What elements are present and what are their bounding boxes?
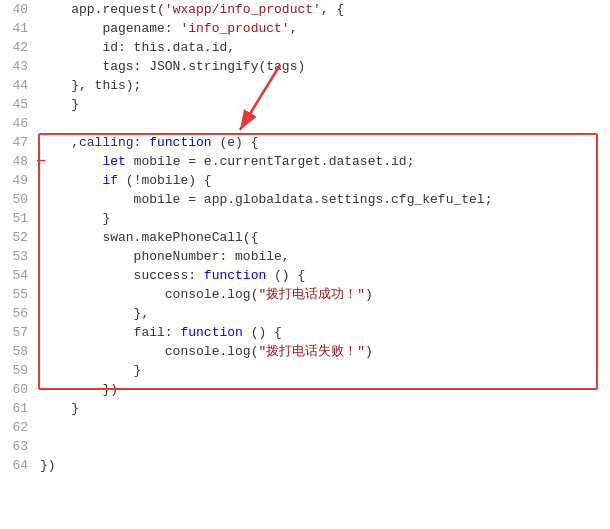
line-number: 41 <box>0 19 36 38</box>
code-line: 54 success: function () { <box>0 266 610 285</box>
code-line: 47 ,calling: function (e) { <box>0 133 610 152</box>
line-content: console.log("拨打电话失败！") <box>36 342 610 361</box>
line-number: 59 <box>0 361 36 380</box>
line-content: }) <box>36 456 610 475</box>
line-content: swan.makePhoneCall({ <box>36 228 610 247</box>
code-line: 41 pagename: 'info_product', <box>0 19 610 38</box>
code-line: 63 <box>0 437 610 456</box>
code-line: 45 } <box>0 95 610 114</box>
line-content: tags: JSON.stringify(tags) <box>36 57 610 76</box>
line-number: 52 <box>0 228 36 247</box>
line-content: }, <box>36 304 610 323</box>
line-content: fail: function () { <box>36 323 610 342</box>
line-number: 55 <box>0 285 36 304</box>
line-number: 42 <box>0 38 36 57</box>
code-line: 57 fail: function () { <box>0 323 610 342</box>
line-number: 62 <box>0 418 36 437</box>
code-line: 61 } <box>0 399 610 418</box>
line-content: id: this.data.id, <box>36 38 610 57</box>
line-number: 51 <box>0 209 36 228</box>
line-content: pagename: 'info_product', <box>36 19 610 38</box>
code-line: 64}) <box>0 456 610 475</box>
line-number: 44 <box>0 76 36 95</box>
line-content: } <box>36 361 610 380</box>
line-content <box>36 437 610 456</box>
line-number: 45 <box>0 95 36 114</box>
code-line: 44 }, this); <box>0 76 610 95</box>
code-line: 53 phoneNumber: mobile, <box>0 247 610 266</box>
line-content: let mobile = e.currentTarget.dataset.id; <box>36 152 610 171</box>
code-line: 55 console.log("拨打电话成功！") <box>0 285 610 304</box>
line-number: 49 <box>0 171 36 190</box>
line-number: 63 <box>0 437 36 456</box>
line-content: mobile = app.globaldata.settings.cfg_kef… <box>36 190 610 209</box>
line-content: app.request('wxapp/info_product', { <box>36 0 610 19</box>
code-line: 51 } <box>0 209 610 228</box>
line-number: 46 <box>0 114 36 133</box>
code-line: 62 <box>0 418 610 437</box>
line-content: if (!mobile) { <box>36 171 610 190</box>
line-content: }) <box>36 380 610 399</box>
code-line: 58 console.log("拨打电话失败！") <box>0 342 610 361</box>
line-content: console.log("拨打电话成功！") <box>36 285 610 304</box>
line-number: 48 <box>0 152 36 171</box>
line-number: 40 <box>0 0 36 19</box>
code-line: 50 mobile = app.globaldata.settings.cfg_… <box>0 190 610 209</box>
code-editor: — 40 app.request('wxapp/info_product', {… <box>0 0 610 529</box>
line-number: 47 <box>0 133 36 152</box>
code-line: 49 if (!mobile) { <box>0 171 610 190</box>
line-number: 64 <box>0 456 36 475</box>
code-line: 52 swan.makePhoneCall({ <box>0 228 610 247</box>
line-content: }, this); <box>36 76 610 95</box>
code-line: 43 tags: JSON.stringify(tags) <box>0 57 610 76</box>
code-line: 60 }) <box>0 380 610 399</box>
line-number: 43 <box>0 57 36 76</box>
line-content: } <box>36 399 610 418</box>
line-number: 60 <box>0 380 36 399</box>
line-number: 61 <box>0 399 36 418</box>
line-content: } <box>36 209 610 228</box>
line-content: phoneNumber: mobile, <box>36 247 610 266</box>
code-line: 42 id: this.data.id, <box>0 38 610 57</box>
line-content: success: function () { <box>36 266 610 285</box>
line-content <box>36 418 610 437</box>
line-number: 57 <box>0 323 36 342</box>
line-number: 53 <box>0 247 36 266</box>
code-line: 59 } <box>0 361 610 380</box>
code-line: 46 <box>0 114 610 133</box>
line-number: 58 <box>0 342 36 361</box>
line-content <box>36 114 610 133</box>
line-number: 50 <box>0 190 36 209</box>
line-content: } <box>36 95 610 114</box>
line-content: ,calling: function (e) { <box>36 133 610 152</box>
code-lines: 40 app.request('wxapp/info_product', {41… <box>0 0 610 475</box>
code-line: 48 let mobile = e.currentTarget.dataset.… <box>0 152 610 171</box>
line-number: 54 <box>0 266 36 285</box>
code-line: 56 }, <box>0 304 610 323</box>
code-line: 40 app.request('wxapp/info_product', { <box>0 0 610 19</box>
minus-marker: — <box>37 151 45 170</box>
line-number: 56 <box>0 304 36 323</box>
